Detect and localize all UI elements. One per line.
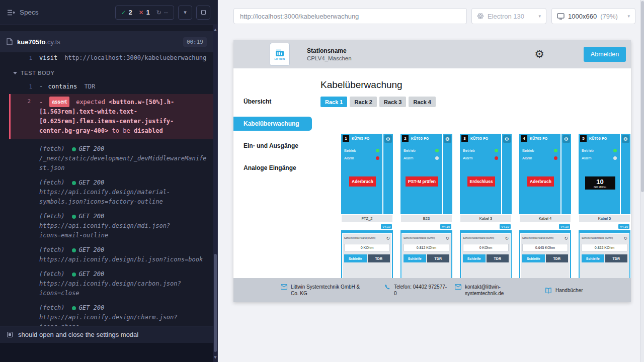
cable-name-field[interactable]: Kabel 4 [519,214,571,223]
footer-handbuecher-link[interactable]: Handbücher [545,287,583,294]
scrollbar-thumb[interactable] [214,254,217,352]
cable-name-field[interactable]: Kabel 3 [460,214,512,223]
stage: Electron 130 ▾ 1000x660 (79%) ▾ [218,0,644,362]
schleife-button[interactable]: Schleife [463,254,486,262]
check-icon: ✓ [121,9,126,16]
loop-resistance-panel: Schleifenwiderstand [kOhm] ↻ 0.812 KOhm … [401,233,451,278]
app-main: Kabelüberwachung Rack 1 Rack 2 Rack 3 Ra… [312,68,631,278]
url-input[interactable] [233,8,467,24]
line-number: 2 [11,97,31,106]
cable-name-field[interactable]: B23 [400,214,452,223]
refresh-icon[interactable]: ↻ [505,236,509,241]
tab-rack-2[interactable]: Rack 2 [350,97,376,107]
stop-icon [201,10,206,15]
fetch-tag: (fetch) [39,144,65,154]
refresh-icon[interactable]: ↻ [445,236,449,241]
scrollbar-thumb[interactable] [641,1,644,192]
scroll-up-icon[interactable]: ▲ [213,26,217,33]
device-number: 2 [402,135,409,142]
device-model: KÜ705-FO [352,137,369,140]
request-url: https://api.iconify.design/carbon.json?i… [39,279,207,298]
green-led-icon [495,149,498,152]
book-icon [545,288,552,294]
fetch-log-row[interactable]: (fetch) GET 200 /_next/static/developmen… [0,144,213,173]
stop-tests-button[interactable] [196,6,210,20]
app-body: Übersicht Kabelüberwachung Ein- und Ausg… [233,68,631,278]
command-assert-failed[interactable]: 2assert expected <button.w-[50%].h-[1.56… [9,94,213,139]
tdr-button[interactable]: TDR [427,254,450,262]
page-scrollbar[interactable] [640,0,644,362]
spec-duration: 00:19 [183,37,207,47]
fetch-log-row[interactable]: (fetch) GET 200 https://api.iconify.desi… [0,269,213,298]
tab-rack-1[interactable]: Rack 1 [320,97,347,107]
app-sidebar: Übersicht Kabelüberwachung Ein- und Ausg… [233,68,312,278]
iso-unit: ISO MOhm [585,186,615,189]
test-body-section-header[interactable]: TEST BODY [0,64,213,81]
specs-menu-button[interactable]: Specs [7,9,39,16]
led-betrieb: Betrieb [522,148,557,153]
fetch-log-row[interactable]: (fetch) GET 200 https://api.iconify.desi… [0,303,213,326]
tdr-button[interactable]: TDR [546,254,569,262]
request-url: https://api.iconify.design/bi.json?icons… [39,255,207,264]
sidebar-item-kabelueberwachung[interactable]: Kabelüberwachung [233,117,312,131]
resistance-label: Schleifenwiderstand [kOhm] [344,236,375,239]
fetch-log-row[interactable]: (fetch) GET 200 https://api.iconify.desi… [0,245,213,264]
browser-select[interactable]: Electron 130 ▾ [471,8,546,24]
tab-rack-4[interactable]: Rack 4 [409,97,435,107]
schleife-button[interactable]: Schleife [582,254,604,262]
footer-contact-phone[interactable]: Telefon: 04402 972577-0 [384,284,447,297]
success-dot-icon [72,181,76,185]
sidebar-item-uebersicht[interactable]: Übersicht [233,95,312,109]
iso-value-box: 10 ISO MOhm [585,176,615,190]
specs-label: Specs [20,9,39,16]
fetch-log-row[interactable]: (fetch) GET 200 https://api.iconify.desi… [0,212,213,240]
viewport-icon [557,13,565,20]
logout-button[interactable]: Abmelden [584,47,626,62]
device-settings-icon[interactable]: ⚙ [444,135,451,143]
sidebar-item-analoge-eingaenge[interactable]: Analoge Eingänge [233,161,312,175]
device-settings-icon[interactable]: ⚙ [503,135,511,143]
device-settings-icon[interactable]: ⚙ [622,135,629,143]
footer-contact-company[interactable]: Littwin Systemtechnik GmbH & Co. KG [281,284,366,297]
test-icon [7,332,13,337]
pinned-test-row[interactable]: should open and close the settings modal [0,326,213,343]
led-alarm: Alarm [463,156,498,160]
schleife-button[interactable]: Schleife [344,254,367,262]
scroll-down-icon[interactable]: ▼ [213,354,217,361]
settings-gear-icon[interactable]: ⚙ [534,49,544,60]
footer-contact-email[interactable]: kontakt@littwin-systemtechnik.de [455,284,508,297]
footer-email-text: kontakt@littwin-systemtechnik.de [465,284,508,297]
command-visit[interactable]: 1 visit http://localhost:3000/kabelueber… [0,52,213,64]
request-url: https://api.iconify.design/charm.json?ic… [39,313,207,326]
viewport-select[interactable]: 1000x660 (79%) ▾ [551,8,635,24]
refresh-icon[interactable]: ↻ [623,236,627,241]
sidebar-item-ein-und-ausgaenge[interactable]: Ein- und Ausgänge [233,139,312,153]
chevron-down-icon: ▾ [538,14,541,19]
reporter-scrollbar[interactable]: ▲ ▼ [213,25,217,362]
email-icon [455,284,461,290]
tdr-button[interactable]: TDR [368,254,390,262]
tdr-button[interactable]: TDR [605,254,628,262]
tab-rack-3[interactable]: Rack 3 [379,97,406,107]
device-settings-icon[interactable]: ⚙ [384,135,392,143]
refresh-icon[interactable]: ↻ [564,236,568,241]
spec-file-name: kue705fo [17,38,45,46]
device-settings-icon[interactable]: ⚙ [562,135,570,143]
command-contains[interactable]: 1contains TDR [0,81,213,93]
device-model: KÜ705-FO [470,137,488,140]
line-number: 1 [0,82,32,92]
cable-name-field[interactable]: Kabel 5 [579,214,630,223]
cable-name-field[interactable]: FTZ_2 [341,214,393,223]
schleife-button[interactable]: Schleife [404,254,426,262]
fetch-log-row[interactable]: (fetch) GET 200 https://api.iconify.desi… [0,178,213,207]
collapse-tests-button[interactable]: ▾ [178,6,192,20]
schleife-button[interactable]: Schleife [522,254,545,262]
led-alarm: Alarm [522,156,557,160]
status-badge: PST-M prüfen [406,176,438,187]
off-led-icon [435,156,439,160]
refresh-icon[interactable]: ↻ [386,236,390,241]
spec-file-row[interactable]: kue705fo.cy.ts 00:19 [0,31,213,52]
firmware-version-badge: V4.19 [381,224,392,229]
tdr-button[interactable]: TDR [487,254,509,262]
firmware-version-badge: V4.19 [440,224,451,229]
